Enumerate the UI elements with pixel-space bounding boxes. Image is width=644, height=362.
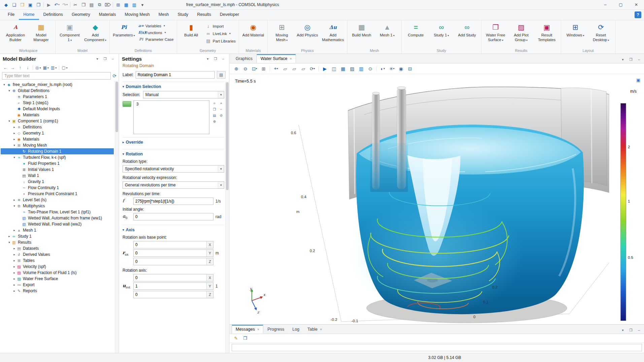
tree-item-free-surface-mixer-ls-mph-root[interactable]: ▾◈free_surface_mixer_ls.mph (root) bbox=[1, 82, 114, 88]
clear-log-button[interactable]: ✎ bbox=[233, 335, 239, 342]
ribbon-tab-moving-mesh[interactable]: Moving Mesh bbox=[120, 10, 154, 20]
minimize-button[interactable]: – bbox=[598, 0, 613, 10]
messages-tab-log[interactable]: Log bbox=[288, 325, 303, 334]
expand-icon[interactable]: ▸ bbox=[12, 283, 16, 286]
graphics-tab-water-surface[interactable]: Water Surface× bbox=[257, 54, 296, 63]
windows-button[interactable]: ⊞Windows▾ bbox=[563, 21, 588, 44]
add-study-button[interactable]: ∞Add Study bbox=[454, 21, 480, 44]
tree-item-default-model-inputs[interactable]: ✱Default Model Inputs bbox=[1, 106, 114, 112]
tree-item-step-1-step1[interactable]: ⌐Step 1 (step1) bbox=[1, 100, 114, 106]
color-theme-button[interactable]: ◐▾ bbox=[379, 65, 387, 73]
tree-item-materials[interactable]: ◉Materials bbox=[1, 112, 114, 118]
move-down-button[interactable]: ↓ bbox=[24, 64, 31, 71]
tree-item-rotating-domain-1[interactable]: ↻Rotating Domain 1 bbox=[1, 148, 114, 154]
help-icon[interactable]: ? bbox=[635, 11, 641, 18]
reset-desktop-button[interactable]: ⟳Reset Desktop▾ bbox=[588, 21, 614, 44]
build-all-button[interactable]: ▮Build All bbox=[178, 21, 204, 44]
cut-button[interactable]: ✂ bbox=[71, 1, 79, 8]
paste-selection-button[interactable]: ▤ bbox=[211, 113, 217, 118]
ribbon-tab-materials[interactable]: Materials bbox=[95, 10, 121, 20]
tree-item-materials[interactable]: ▸◉Materials bbox=[1, 136, 114, 142]
scrollbar[interactable] bbox=[225, 82, 229, 353]
rename-icon[interactable]: ▤ bbox=[217, 71, 226, 79]
collapse-icon[interactable]: ▾ bbox=[12, 156, 16, 159]
expand-icon[interactable]: ▸ bbox=[12, 271, 16, 274]
close-icon[interactable]: × bbox=[320, 327, 322, 331]
comsol-logo-button[interactable]: ◆ bbox=[2, 1, 10, 8]
velocity-expression-dropdown[interactable]: General revolutions per time ▾ bbox=[123, 181, 224, 189]
panel-menu-icon[interactable]: ▾ bbox=[94, 56, 100, 62]
expand-icon[interactable]: ▸ bbox=[12, 289, 16, 293]
ribbon-tab-home[interactable]: Home bbox=[19, 10, 39, 20]
expand-icon[interactable]: ▸ bbox=[12, 138, 16, 141]
graphics-canvas[interactable]: Time=5.5 s m/s 210.5 ▣ y x z 0.60.4m0.2-… bbox=[230, 74, 644, 324]
panel-hide-icon[interactable]: – bbox=[110, 56, 116, 62]
collapse-icon[interactable]: ▾ bbox=[7, 119, 11, 123]
initial-angle-input[interactable] bbox=[133, 213, 213, 220]
snapshot-button[interactable]: ◉ bbox=[397, 65, 405, 73]
tree-item-derived-values[interactable]: ▸∂Derived Values bbox=[1, 251, 114, 258]
variables-button[interactable]: a=Variables▾ bbox=[137, 23, 175, 28]
add-component-button[interactable]: ◆Add Component▾ bbox=[82, 21, 108, 44]
tree-item-global-definitions[interactable]: ▾⊕Global Definitions bbox=[1, 88, 114, 94]
expand-icon[interactable]: ▸ bbox=[12, 198, 16, 202]
copy-selection-button[interactable]: ❐ bbox=[211, 107, 217, 112]
model-manager-button[interactable]: ▦Model Manager bbox=[28, 21, 54, 44]
animate-button[interactable]: ▶ bbox=[321, 65, 329, 73]
material-color-button[interactable]: ▨ bbox=[348, 65, 356, 73]
tree-item-initial-values-1[interactable]: ≣Initial Values 1 bbox=[1, 167, 114, 173]
axis-header[interactable]: ▾ Axis bbox=[123, 227, 224, 234]
go-forward-button[interactable]: → bbox=[9, 64, 16, 71]
collapse-icon[interactable]: ▾ bbox=[12, 144, 16, 147]
tree-item-wetted-wall-fixed-wall-ww2[interactable]: ▧Wetted Wall, Fixed wall (ww2) bbox=[1, 221, 114, 227]
save-all-button[interactable]: ❐ bbox=[34, 1, 42, 8]
update-view-button[interactable]: ⟳▾ bbox=[308, 65, 316, 73]
node-columns-button[interactable]: ▥▾ bbox=[50, 64, 57, 71]
graphics-float-icon[interactable]: ❐ bbox=[628, 327, 634, 333]
customize-toolbar-button[interactable]: ▾ bbox=[138, 1, 146, 8]
show-button[interactable]: ◎▾ bbox=[35, 64, 42, 71]
add-mathematics-button[interactable]: ΔuAdd Mathematics bbox=[320, 21, 346, 44]
tree-item-export[interactable]: ▸↦Export bbox=[1, 282, 114, 288]
tree-item-turbulent-flow-k-spf[interactable]: ▾≈Turbulent Flow, k-ε (spf) bbox=[1, 154, 114, 160]
ribbon-tab-study[interactable]: Study bbox=[173, 10, 193, 20]
base-point-y-input[interactable] bbox=[134, 250, 206, 257]
collapse-icon[interactable]: ▾ bbox=[7, 89, 11, 92]
expand-icon[interactable]: ▸ bbox=[12, 259, 16, 262]
tree-item-moving-mesh[interactable]: ▾⊞Moving Mesh bbox=[1, 142, 114, 148]
delete-button[interactable]: ⌦ bbox=[104, 1, 112, 8]
show-grid-button[interactable]: ▦ bbox=[339, 65, 347, 73]
scene-light-button[interactable]: ✳▾ bbox=[388, 65, 396, 73]
active-toggle[interactable] bbox=[123, 101, 131, 107]
filter-input[interactable] bbox=[2, 72, 111, 80]
clear-selection-button[interactable]: ⊘ bbox=[218, 113, 224, 118]
move-up-button[interactable]: ↑ bbox=[17, 64, 24, 71]
view-yz-button[interactable]: ▱ bbox=[290, 65, 298, 73]
tree-item-wetted-wall-automatic-from-frame-ww1[interactable]: ▧Wetted Wall, Automatic from frame (ww1) bbox=[1, 215, 114, 221]
wireframe-rendering-button[interactable]: ▥ bbox=[357, 65, 365, 73]
zoom-in-button[interactable]: ⊕ bbox=[232, 65, 240, 73]
graphics-menu-icon[interactable]: ▾ bbox=[620, 56, 626, 62]
lock-view-button[interactable]: ⊙ bbox=[366, 65, 374, 73]
ribbon-tab-mesh[interactable]: Mesh bbox=[154, 10, 173, 20]
zoom-box-button[interactable]: ⊡▾ bbox=[250, 65, 259, 73]
tree-item-velocity-spf[interactable]: ▸▨Velocity (spf) bbox=[1, 264, 114, 270]
tree-item-geometry-1[interactable]: ▸◇Geometry 1 bbox=[1, 130, 114, 136]
water-free-surface-button[interactable]: ❐Water Free Surface▾ bbox=[483, 21, 508, 44]
ribbon-tab-developer[interactable]: Developer bbox=[215, 10, 243, 20]
tree-item-study-1[interactable]: ▸∞Study 1 bbox=[1, 233, 114, 239]
tree-item-water-free-surface[interactable]: ▸▨Water Free Surface bbox=[1, 276, 114, 282]
settings-float-icon[interactable]: ❐ bbox=[212, 56, 218, 62]
functions-button[interactable]: f(x)Functions▾ bbox=[137, 30, 175, 35]
livelink-button[interactable]: ∞LiveLink▾ bbox=[205, 31, 237, 36]
tree-item-wall-1[interactable]: ▤Wall 1 bbox=[1, 173, 114, 179]
ribbon-tab-definitions[interactable]: Definitions bbox=[39, 10, 67, 20]
rotation-axis-x-input[interactable] bbox=[134, 274, 206, 281]
graphics-hide-icon[interactable]: – bbox=[636, 327, 642, 333]
maximize-button[interactable]: ▢ bbox=[613, 0, 629, 10]
save-button[interactable]: ▣ bbox=[26, 1, 34, 8]
settings-window-button[interactable]: ⊞ bbox=[114, 1, 122, 8]
parameter-case-button[interactable]: PiParameter Case bbox=[137, 37, 175, 42]
f-expression-input[interactable] bbox=[133, 198, 213, 205]
ribbon-tab-results[interactable]: Results bbox=[193, 10, 215, 20]
